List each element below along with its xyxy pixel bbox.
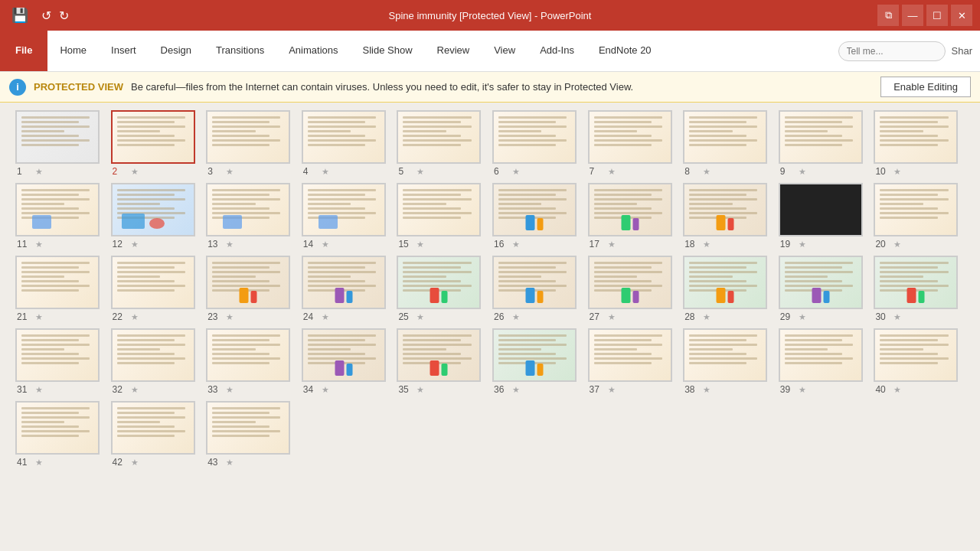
slide-item-40[interactable]: 40 ★ — [874, 328, 965, 395]
slide-star-5[interactable]: ★ — [416, 167, 424, 177]
slide-thumb-39[interactable] — [779, 328, 863, 382]
slide-item-10[interactable]: 10 ★ — [874, 110, 965, 177]
slide-thumb-24[interactable] — [302, 256, 386, 309]
slide-thumb-5[interactable] — [397, 110, 481, 164]
slide-star-34[interactable]: ★ — [322, 385, 329, 395]
slide-thumb-9[interactable] — [779, 110, 863, 164]
slide-item-27[interactable]: 27 ★ — [588, 256, 679, 322]
slide-thumb-35[interactable] — [397, 328, 481, 382]
redo-button[interactable]: ↻ — [56, 7, 72, 24]
minimize-button[interactable]: — — [902, 5, 923, 26]
slide-star-42[interactable]: ★ — [131, 458, 139, 468]
slide-item-7[interactable]: 7 ★ — [588, 110, 679, 177]
slide-star-23[interactable]: ★ — [226, 312, 234, 322]
slide-thumb-12[interactable] — [111, 183, 195, 236]
slide-thumb-6[interactable] — [492, 110, 577, 164]
slide-item-34[interactable]: 34 ★ — [302, 328, 393, 395]
slide-thumb-32[interactable] — [111, 328, 195, 382]
slide-thumb-42[interactable] — [111, 401, 195, 455]
tab-review[interactable]: Review — [425, 31, 482, 71]
slide-thumb-21[interactable] — [15, 256, 100, 309]
slide-star-13[interactable]: ★ — [226, 240, 234, 249]
slide-star-7[interactable]: ★ — [608, 167, 616, 177]
slide-star-18[interactable]: ★ — [703, 240, 710, 249]
tab-endnote[interactable]: EndNote 20 — [586, 31, 664, 71]
slide-item-43[interactable]: 43 ★ — [206, 401, 297, 468]
save-button[interactable]: 💾 — [8, 3, 32, 28]
tell-me-input[interactable] — [838, 41, 946, 61]
slide-star-22[interactable]: ★ — [131, 312, 139, 322]
slide-thumb-11[interactable] — [15, 183, 100, 236]
slide-thumb-38[interactable] — [683, 328, 767, 382]
slide-star-32[interactable]: ★ — [131, 385, 139, 395]
slide-item-36[interactable]: 36 ★ — [492, 328, 583, 395]
slide-item-20[interactable]: 20 ★ — [874, 183, 965, 249]
slide-star-24[interactable]: ★ — [322, 312, 329, 322]
slide-thumb-14[interactable] — [302, 183, 386, 236]
slide-thumb-22[interactable] — [111, 256, 195, 309]
slide-star-2[interactable]: ★ — [131, 167, 139, 177]
slide-thumb-25[interactable] — [397, 256, 481, 309]
slide-thumb-23[interactable] — [206, 256, 290, 309]
slide-thumb-43[interactable] — [206, 401, 290, 455]
slide-star-28[interactable]: ★ — [703, 312, 710, 322]
slide-item-17[interactable]: 17 ★ — [588, 183, 679, 249]
slide-item-13[interactable]: 13 ★ — [206, 183, 297, 249]
slide-item-39[interactable]: 39 ★ — [779, 328, 870, 395]
slide-star-43[interactable]: ★ — [226, 458, 234, 468]
slide-star-4[interactable]: ★ — [322, 167, 329, 177]
slide-item-26[interactable]: 26 ★ — [492, 256, 583, 322]
slide-thumb-17[interactable] — [588, 183, 672, 236]
slide-thumb-3[interactable] — [206, 110, 290, 164]
slide-item-23[interactable]: 23 ★ — [206, 256, 297, 322]
slide-item-3[interactable]: 3 ★ — [206, 110, 297, 177]
slide-thumb-19[interactable] — [779, 183, 863, 236]
slide-item-2[interactable]: 2 ★ — [111, 110, 202, 177]
slide-item-35[interactable]: 35 ★ — [397, 328, 488, 395]
tab-animations[interactable]: Animations — [276, 31, 350, 71]
slide-thumb-27[interactable] — [588, 256, 672, 309]
slide-thumb-30[interactable] — [874, 256, 958, 309]
slide-item-5[interactable]: 5 ★ — [397, 110, 488, 177]
slide-thumb-41[interactable] — [15, 401, 100, 455]
slide-thumb-10[interactable] — [874, 110, 958, 164]
slide-item-12[interactable]: 12 ★ — [111, 183, 202, 249]
close-button[interactable]: ✕ — [951, 5, 972, 26]
tab-slideshow[interactable]: Slide Show — [351, 31, 425, 71]
slide-star-29[interactable]: ★ — [799, 312, 806, 322]
tab-design[interactable]: Design — [149, 31, 204, 71]
slide-star-36[interactable]: ★ — [512, 385, 520, 395]
maximize-button[interactable]: ☐ — [926, 5, 948, 26]
slide-star-40[interactable]: ★ — [893, 385, 901, 395]
slide-thumb-26[interactable] — [492, 256, 577, 309]
slide-star-12[interactable]: ★ — [131, 240, 139, 249]
slide-item-38[interactable]: 38 ★ — [683, 328, 774, 395]
slide-item-4[interactable]: 4 ★ — [302, 110, 393, 177]
slide-item-24[interactable]: 24 ★ — [302, 256, 393, 322]
enable-editing-button[interactable]: Enable Editing — [880, 77, 971, 97]
slide-thumb-13[interactable] — [206, 183, 290, 236]
tab-file[interactable]: File — [0, 31, 47, 71]
slide-star-10[interactable]: ★ — [893, 167, 901, 177]
slide-star-19[interactable]: ★ — [799, 240, 806, 249]
slide-star-14[interactable]: ★ — [322, 240, 329, 249]
slide-item-25[interactable]: 25 ★ — [397, 256, 488, 322]
slide-thumb-16[interactable] — [492, 183, 577, 236]
tab-home[interactable]: Home — [47, 31, 99, 71]
slide-thumb-33[interactable] — [206, 328, 290, 382]
slide-star-30[interactable]: ★ — [893, 312, 901, 322]
slide-star-6[interactable]: ★ — [512, 167, 520, 177]
slide-item-41[interactable]: 41 ★ — [15, 401, 106, 468]
tab-addins[interactable]: Add-Ins — [528, 31, 586, 71]
slide-thumb-29[interactable] — [779, 256, 863, 309]
slide-thumb-8[interactable] — [683, 110, 767, 164]
slide-item-28[interactable]: 28 ★ — [683, 256, 774, 322]
restore-button[interactable]: ⧉ — [877, 5, 899, 26]
slide-star-1[interactable]: ★ — [35, 167, 43, 177]
tab-view[interactable]: View — [482, 31, 528, 71]
slide-item-1[interactable]: 1 ★ — [15, 110, 106, 177]
slide-thumb-2[interactable] — [111, 110, 195, 164]
slide-item-8[interactable]: 8 ★ — [683, 110, 774, 177]
slide-thumb-15[interactable] — [397, 183, 481, 236]
slide-item-31[interactable]: 31 ★ — [15, 328, 106, 395]
